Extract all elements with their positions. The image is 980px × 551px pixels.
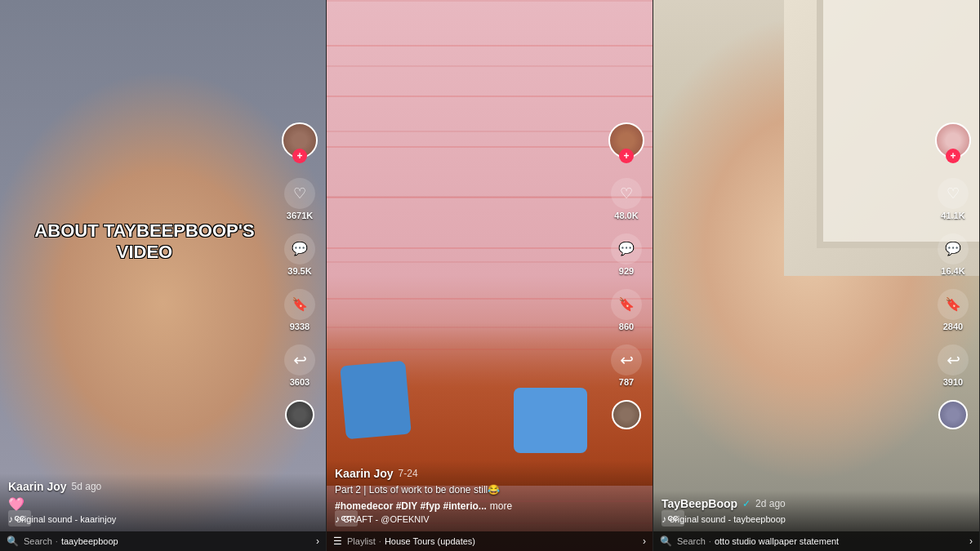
comment-icon-2: 💬 <box>611 233 642 264</box>
bookmark-icon-2: 🔖 <box>611 289 642 320</box>
bottom-bar-label-1: Search <box>24 536 52 546</box>
creator-avatar-1[interactable]: + <box>282 122 318 158</box>
bottom-bar-arrow-2: › <box>643 535 646 547</box>
hashtags-row-2: #homedecor #DIY #fyp #interio... more <box>335 500 644 512</box>
bookmark-count-2: 860 <box>619 322 634 331</box>
cc-icon-3: CC <box>662 510 684 527</box>
sound-text-3: original sound - taybeepboop <box>670 514 786 524</box>
sound-row-3: ♪ original sound - taybeepboop <box>662 513 971 525</box>
share-icon-2: ↪ <box>611 344 642 375</box>
comment-action-3[interactable]: 💬 16.4K <box>938 233 969 276</box>
comment-count-3: 16.4K <box>941 266 964 276</box>
bottom-bar-arrow-1: › <box>316 535 319 547</box>
comment-action-1[interactable]: 💬 39.5K <box>284 233 315 276</box>
username-2: Kaarin Joy <box>335 467 394 480</box>
follow-button-3[interactable]: + <box>946 149 960 163</box>
video-panel-3: + ♡ 41.1K 💬 16.4K 🔖 2840 ↪ 3910 <box>653 0 980 551</box>
sound-text-1: original sound - kaarinjoy <box>16 514 116 524</box>
bookmark-icon-1: 🔖 <box>284 289 315 320</box>
music-disc-2[interactable] <box>612 400 641 429</box>
heart-icon-1: ♡ <box>284 178 315 209</box>
comment-icon-3: 💬 <box>938 233 969 264</box>
time-ago-1: 5d ago <box>72 481 102 492</box>
bottom-bar-label-3: Search <box>677 536 706 546</box>
bottom-info-1: Kaarin Joy 5d ago 🩷 ♪ original sound - k… <box>0 473 326 531</box>
comment-action-2[interactable]: 💬 929 <box>611 233 642 276</box>
follow-button-1[interactable]: + <box>292 149 307 163</box>
bottom-info-3: TayBeepBoop ✓ 2d ago ♪ original sound - … <box>653 491 979 531</box>
bookmark-count-3: 2840 <box>943 322 963 331</box>
bottom-bar-arrow-3: › <box>969 535 973 547</box>
comment-icon-1: 💬 <box>284 233 315 264</box>
like-count-1: 3671K <box>287 211 313 220</box>
bottom-info-2: Kaarin Joy 7-24 Part 2 | Lots of work to… <box>327 460 653 531</box>
username-1: Kaarin Joy <box>8 480 67 493</box>
music-disc-3[interactable] <box>938 400 968 429</box>
like-action-2[interactable]: ♡ 48.0K <box>611 178 642 220</box>
follow-button-2[interactable]: + <box>619 149 634 163</box>
bottom-bar-dot-1: · <box>56 536 58 546</box>
subtitle-icon-2[interactable]: CC <box>335 510 358 527</box>
caption-overlay-1: ABOUT TAYBEEPBOOP'S VIDEO <box>8 220 281 264</box>
share-action-2[interactable]: ↪ 787 <box>611 344 642 387</box>
bottom-bar-2[interactable]: ☰ Playlist · House Tours (updates) › <box>327 531 653 551</box>
username-row-2: Kaarin Joy 7-24 <box>335 467 644 480</box>
username-row-1: Kaarin Joy 5d ago <box>8 480 318 493</box>
video-panel-1: ABOUT TAYBEEPBOOP'S VIDEO + ♡ 3671K 💬 39… <box>0 0 327 551</box>
share-count-3: 3910 <box>943 377 963 387</box>
bottom-bar-dot-3: · <box>709 536 711 546</box>
search-bar-icon-3: 🔍 <box>660 535 672 547</box>
playlist-bar-icon-2: ☰ <box>333 535 342 547</box>
caption-text-1: ABOUT TAYBEEPBOOP'S VIDEO <box>8 220 281 264</box>
bookmark-count-1: 9338 <box>290 322 310 331</box>
subtitle-icon-3[interactable]: CC <box>662 510 684 527</box>
username-3: TayBeepBoop <box>662 497 737 510</box>
music-disc-1[interactable] <box>285 400 314 429</box>
like-count-3: 41.1K <box>941 211 964 220</box>
heart-icon-2: ♡ <box>611 178 642 209</box>
search-bar-icon-1: 🔍 <box>7 535 19 547</box>
music-avatar-2 <box>612 400 641 429</box>
share-count-1: 3603 <box>290 377 310 387</box>
description-2: Part 2 | Lots of work to be done still😂 <box>335 483 644 497</box>
time-ago-3: 2d ago <box>755 498 786 509</box>
creator-avatar-3[interactable]: + <box>935 122 971 158</box>
bottom-bar-text-2: House Tours (updates) <box>385 536 643 546</box>
sound-row-1: ♪ original sound - kaarinjoy <box>8 513 318 525</box>
creator-avatar-2[interactable]: + <box>608 122 644 158</box>
username-row-3: TayBeepBoop ✓ 2d ago <box>662 497 971 510</box>
bottom-bar-1[interactable]: 🔍 Search · taaybeepboop › <box>0 531 326 551</box>
share-action-3[interactable]: ↪ 3910 <box>938 344 969 387</box>
like-count-2: 48.0K <box>614 211 638 220</box>
bookmark-action-1[interactable]: 🔖 9338 <box>284 289 315 331</box>
comment-count-2: 929 <box>619 266 634 276</box>
heart-icon-3: ♡ <box>938 178 969 209</box>
share-count-2: 787 <box>619 377 634 387</box>
bottom-bar-label-2: Playlist <box>347 536 376 546</box>
sound-row-2: ♪ CRAFT - @OFEKNIV <box>335 513 644 525</box>
subtitle-icon-1[interactable]: CC <box>8 510 31 527</box>
bookmark-action-2[interactable]: 🔖 860 <box>611 289 642 331</box>
actions-sidebar-3: + ♡ 41.1K 💬 16.4K 🔖 2840 ↪ 3910 <box>935 122 971 429</box>
comment-count-1: 39.5K <box>287 266 311 276</box>
share-icon-3: ↪ <box>938 344 969 375</box>
like-action-3[interactable]: ♡ 41.1K <box>938 178 969 220</box>
music-avatar-1 <box>285 400 314 429</box>
bookmark-icon-3: 🔖 <box>938 289 969 320</box>
username-date-2: 7-24 <box>399 468 418 479</box>
more-link-2[interactable]: more <box>490 500 512 512</box>
bottom-bar-text-3: otto studio wallpaper statement <box>715 536 969 546</box>
pillow-left-2 <box>340 361 412 440</box>
cc-icon-2: CC <box>335 510 358 527</box>
bottom-bar-text-1: taaybeepboop <box>61 536 316 546</box>
like-action-1[interactable]: ♡ 3671K <box>284 178 315 220</box>
video-panel-2: + ♡ 48.0K 💬 929 🔖 860 ↪ 787 <box>327 0 653 551</box>
cc-icon-1: CC <box>8 510 31 527</box>
share-icon-1: ↪ <box>284 344 315 375</box>
actions-sidebar-1: + ♡ 3671K 💬 39.5K 🔖 9338 ↪ 3603 <box>282 122 318 429</box>
bottom-bar-dot-2: · <box>379 536 381 546</box>
music-avatar-3 <box>938 400 968 429</box>
bookmark-action-3[interactable]: 🔖 2840 <box>938 289 969 331</box>
bottom-bar-3[interactable]: 🔍 Search · otto studio wallpaper stateme… <box>653 531 979 551</box>
share-action-1[interactable]: ↪ 3603 <box>284 344 315 387</box>
